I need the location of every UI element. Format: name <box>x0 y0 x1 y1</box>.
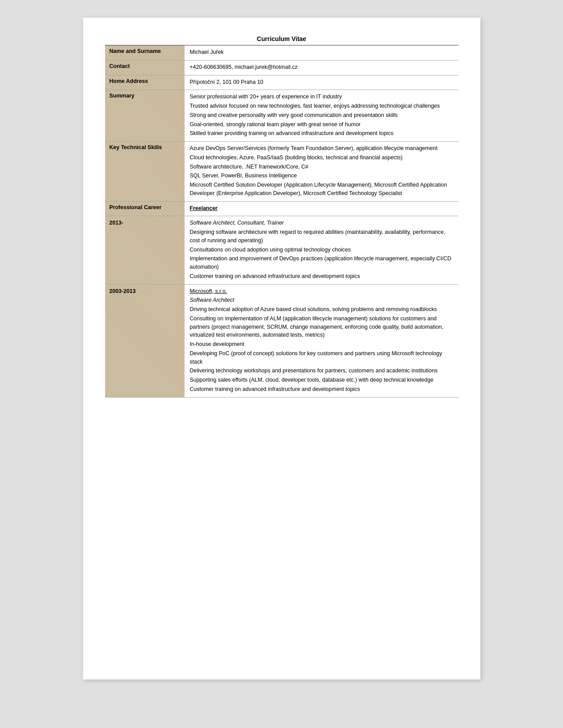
content-career-freelancer: Freelancer <box>185 201 458 216</box>
cv-title: Curriculum Vitae <box>105 35 458 45</box>
label-skills: Key Technical Skills <box>105 142 185 202</box>
label-contact: Contact <box>105 60 185 75</box>
label-address: Home Address <box>105 75 185 90</box>
content-2013: Software Architect, Consultant, Trainer … <box>185 216 458 284</box>
content-2003: Microsoft, s.r.o. Software Architect Dri… <box>185 284 458 397</box>
table-row: Contact +420-606630695, michael.jurek@ho… <box>105 60 458 75</box>
content-address: Přípotoční 2, 101 00 Praha 10 <box>185 75 458 90</box>
table-row: 2013- Software Architect, Consultant, Tr… <box>105 216 458 284</box>
label-summary: Summary <box>105 90 185 142</box>
label-career: Professional Career <box>105 201 185 216</box>
table-row: Key Technical Skills Azure DevOps Server… <box>105 142 458 202</box>
table-row: Summary Senior professional with 20+ yea… <box>105 90 458 142</box>
cv-page: Curriculum Vitae Name and Surname Michae… <box>83 18 480 679</box>
table-row: Name and Surname Michael Juřek <box>105 45 458 60</box>
label-2013: 2013- <box>105 216 185 284</box>
label-name: Name and Surname <box>105 45 185 60</box>
content-name: Michael Juřek <box>185 45 458 60</box>
label-2003: 2003-2013 <box>105 284 185 397</box>
content-contact: +420-606630695, michael.jurek@hotmail.cz <box>185 60 458 75</box>
table-row: Professional Career Freelancer <box>105 201 458 216</box>
table-row: 2003-2013 Microsoft, s.r.o. Software Arc… <box>105 284 458 397</box>
content-summary: Senior professional with 20+ years of ex… <box>185 90 458 142</box>
table-row: Home Address Přípotoční 2, 101 00 Praha … <box>105 75 458 90</box>
cv-table: Name and Surname Michael Juřek Contact +… <box>105 45 458 398</box>
content-skills: Azure DevOps Server/Services (formerly T… <box>185 142 458 202</box>
